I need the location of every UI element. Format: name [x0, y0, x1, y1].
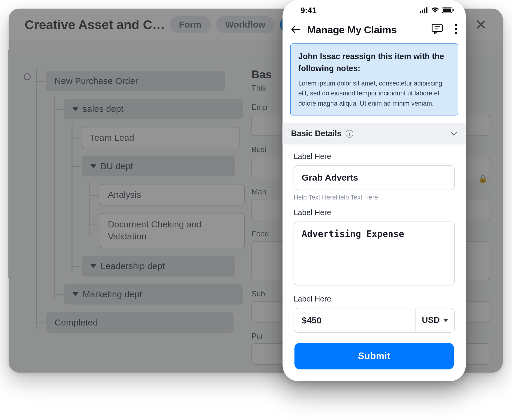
- tree-node-label: Leadership dept: [101, 261, 165, 271]
- mobile-header: Manage My Claims: [282, 17, 466, 44]
- close-icon[interactable]: ✕: [475, 17, 487, 32]
- svg-point-12: [455, 32, 457, 34]
- tree-leaf-teamlead[interactable]: Team Lead: [82, 127, 239, 148]
- submit-button[interactable]: Submit: [294, 343, 454, 369]
- workflow-pill[interactable]: Workflow: [216, 16, 275, 33]
- status-bar: 9:41: [282, 0, 466, 17]
- tree-node-label: New Purchase Order: [55, 76, 138, 86]
- tree-root-radio[interactable]: [24, 73, 31, 80]
- svg-rect-7: [432, 24, 442, 32]
- notice-body: Lorem ipsum dolor sit amet, consectetur …: [298, 78, 450, 108]
- tree-node-completed[interactable]: Completed: [46, 312, 233, 332]
- field-label: Label Here: [294, 152, 455, 161]
- chevron-down-icon: [450, 130, 457, 138]
- chevron-down-icon: [443, 319, 448, 322]
- more-icon[interactable]: [455, 24, 457, 36]
- svg-rect-0: [420, 11, 421, 13]
- caret-down-icon: [72, 107, 78, 111]
- tree-node-label: Marketing dept: [83, 289, 142, 299]
- tree-node-bu[interactable]: BU dept: [82, 156, 235, 176]
- tree-node-sales[interactable]: sales dept: [64, 99, 243, 119]
- battery-icon: [442, 6, 454, 15]
- tree-node-marketing[interactable]: Marketing dept: [64, 284, 243, 304]
- section-header-basic-details[interactable]: Basic Details i: [282, 123, 466, 144]
- svg-rect-1: [422, 10, 423, 13]
- tree-leaf-analysis[interactable]: Analysis: [100, 184, 245, 205]
- tree-leaf-doccheck[interactable]: Document Cheking and Validation: [100, 213, 245, 248]
- field-help-text: Help Text HereHelp Text Here: [294, 193, 455, 200]
- caret-down-icon: [90, 264, 96, 268]
- mobile-claims-screen: 9:41 Manage My Claims: [282, 0, 466, 381]
- cellular-icon: [420, 6, 428, 15]
- amount-input[interactable]: [294, 308, 415, 332]
- svg-rect-5: [443, 8, 451, 12]
- tree-node-label: BU dept: [101, 161, 133, 171]
- lock-icon: 🔒: [478, 174, 487, 183]
- currency-select[interactable]: USD: [415, 308, 455, 332]
- caret-down-icon: [72, 292, 78, 296]
- expense-type-textarea[interactable]: [294, 221, 455, 285]
- form-body: Label Here Help Text HereHelp Text Here …: [282, 144, 466, 334]
- workflow-tree: New Purchase Order sales dept Team Lead: [8, 56, 247, 373]
- workflow-title: Creative Asset and Conte...: [25, 17, 170, 32]
- caret-down-icon: [90, 164, 96, 168]
- tree-node-label: sales dept: [83, 104, 123, 114]
- svg-rect-6: [453, 9, 454, 11]
- section-title: Basic Details: [291, 129, 342, 138]
- tree-node-leadership[interactable]: Leadership dept: [82, 256, 235, 276]
- info-icon[interactable]: i: [346, 130, 354, 138]
- tree-node-root[interactable]: New Purchase Order: [46, 71, 225, 91]
- advert-name-input[interactable]: [294, 165, 455, 190]
- wifi-icon: [431, 6, 439, 15]
- svg-point-11: [455, 28, 457, 30]
- field-label: Label Here: [294, 208, 455, 217]
- tree-leaf-label: Document Cheking and Validation: [108, 218, 236, 242]
- tree-leaf-label: Analysis: [108, 190, 141, 200]
- tree-leaf-label: Team Lead: [90, 133, 134, 143]
- svg-point-10: [455, 24, 457, 26]
- field-label: Label Here: [294, 295, 455, 304]
- form-pill[interactable]: Form: [170, 16, 211, 33]
- back-icon[interactable]: [291, 24, 300, 35]
- svg-rect-2: [424, 8, 425, 13]
- notice-title: John Issac reassign this item with the f…: [298, 51, 450, 74]
- chat-icon[interactable]: [432, 24, 443, 36]
- currency-value: USD: [422, 315, 440, 325]
- status-time: 9:41: [300, 6, 317, 15]
- reassignment-notice: John Issac reassign this item with the f…: [290, 44, 458, 116]
- svg-rect-3: [426, 7, 427, 13]
- view-toggle: Form Workflow: [170, 16, 289, 33]
- tree-node-label: Completed: [55, 317, 98, 327]
- screen-title: Manage My Claims: [307, 24, 425, 36]
